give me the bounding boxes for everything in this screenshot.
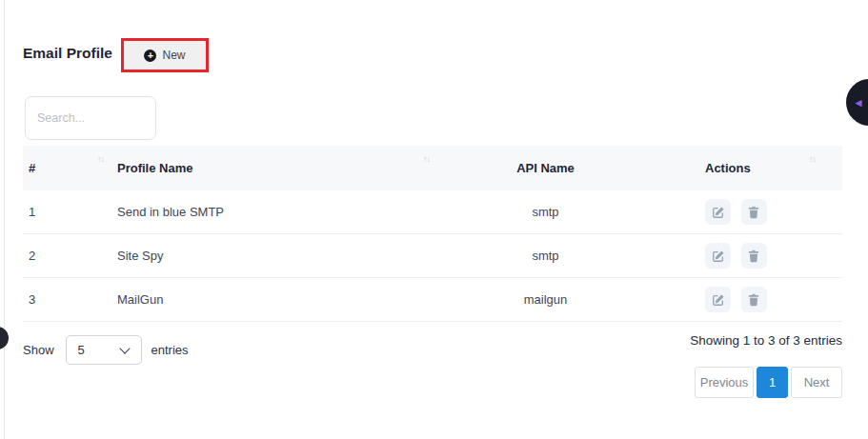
profile-name-cell: Send in blue SMTP	[110, 205, 434, 219]
search-input[interactable]	[25, 96, 156, 140]
trash-icon	[747, 206, 760, 219]
table-row: 1 Send in blue SMTP smtp	[23, 190, 842, 234]
left-edge-toggle[interactable]	[0, 327, 9, 349]
sort-icon[interactable]: ↑↓	[423, 154, 430, 164]
page-size-control: Show 5 entries	[23, 335, 189, 364]
left-divider	[4, 0, 5, 439]
column-header-api-name[interactable]: API Name	[434, 146, 657, 190]
table-row: 2 Site Spy smtp	[23, 234, 842, 278]
row-number: 2	[23, 249, 110, 263]
table-row: 3 MailGun mailgun	[23, 278, 842, 322]
column-header-actions[interactable]: Actions ↑↓	[657, 146, 842, 190]
actions-cell	[657, 243, 842, 269]
actions-cell	[657, 287, 842, 312]
column-header-number[interactable]: # ↑↓	[23, 146, 110, 190]
delete-button[interactable]	[741, 287, 767, 312]
trash-icon	[747, 249, 760, 263]
edit-icon	[712, 293, 725, 307]
trash-icon	[747, 293, 760, 307]
email-profile-page: ◄ Email Profile + New # ↑↓ Profile Name …	[0, 0, 868, 439]
page-size-select[interactable]: 5	[66, 335, 142, 365]
edit-button[interactable]	[705, 287, 731, 312]
page-number-button[interactable]: 1	[757, 367, 788, 398]
sort-icon[interactable]: ↑↓	[809, 154, 816, 164]
api-name-cell: smtp	[434, 205, 657, 219]
actions-cell	[657, 199, 842, 225]
new-button[interactable]: + New	[144, 49, 185, 62]
annotation-highlight: + New	[121, 38, 209, 72]
api-name-cell: mailgun	[434, 292, 657, 307]
showing-entries-status: Showing 1 to 3 of 3 entries	[690, 333, 842, 348]
edit-button[interactable]	[705, 199, 731, 225]
row-number: 3	[23, 292, 110, 307]
next-page-button[interactable]: Next	[791, 367, 842, 398]
delete-button[interactable]	[741, 199, 767, 225]
edit-button[interactable]	[705, 243, 731, 269]
edit-icon	[712, 206, 725, 219]
page-title: Email Profile	[23, 45, 112, 62]
plus-circle-icon: +	[144, 50, 156, 62]
sort-icon[interactable]: ↑↓	[97, 154, 104, 164]
column-header-profile-name[interactable]: Profile Name ↑↓	[110, 146, 434, 190]
show-label: Show	[23, 343, 54, 357]
row-number: 1	[23, 205, 110, 219]
table-header-row: # ↑↓ Profile Name ↑↓ API Name Actions ↑↓	[23, 146, 842, 190]
profile-name-cell: Site Spy	[110, 249, 434, 263]
new-button-label: New	[162, 49, 185, 62]
arrow-left-icon: ◄	[853, 97, 864, 109]
entries-label: entries	[151, 343, 189, 357]
edit-icon	[712, 249, 725, 263]
delete-button[interactable]	[741, 243, 767, 269]
previous-page-button[interactable]: Previous	[695, 367, 754, 398]
pagination: Previous 1 Next	[695, 367, 842, 398]
customizer-toggle-button[interactable]: ◄	[846, 79, 868, 126]
profile-name-cell: MailGun	[110, 292, 434, 307]
email-profile-table: # ↑↓ Profile Name ↑↓ API Name Actions ↑↓…	[23, 146, 842, 322]
api-name-cell: smtp	[434, 249, 657, 263]
